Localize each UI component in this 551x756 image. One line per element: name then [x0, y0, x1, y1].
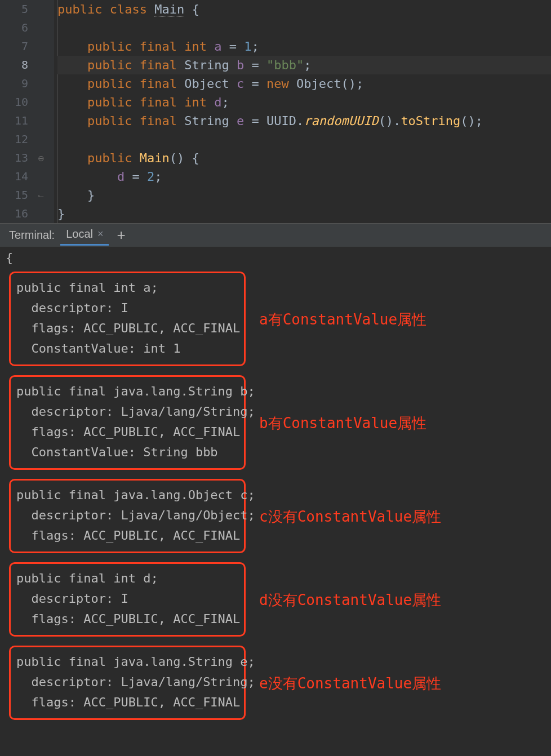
line-number: 6	[0, 19, 28, 37]
code-line[interactable]: d = 2;	[57, 167, 551, 186]
line-number: 15	[0, 186, 28, 204]
terminal-text: public final java.lang.String e;	[16, 652, 238, 672]
code-editor[interactable]: 5678910111213141516 public class Main { …	[0, 0, 551, 223]
field-info-box: public final java.lang.String e; descrip…	[9, 646, 246, 720]
line-number: 10	[0, 93, 28, 112]
line-number: 14	[0, 167, 28, 186]
line-number: 8	[0, 56, 28, 74]
terminal-text: descriptor: Ljava/lang/String;	[16, 672, 238, 692]
code-line[interactable]: public final int d;	[57, 93, 551, 112]
terminal-text: public final java.lang.String b;	[16, 381, 238, 402]
terminal-text: flags: ACC_PUBLIC, ACC_FINAL	[16, 609, 238, 629]
terminal-label: Terminal:	[3, 229, 60, 242]
terminal-text: public final int a;	[16, 278, 238, 298]
code-line[interactable]	[57, 130, 551, 149]
annotation-label: b有ConstantValue属性	[259, 413, 426, 433]
code-line[interactable]: }	[57, 186, 551, 204]
code-line[interactable]: public final Object c = new Object();	[57, 74, 551, 93]
code-line[interactable]	[57, 19, 551, 37]
line-number: 12	[0, 130, 28, 149]
terminal-text: public final java.lang.Object c;	[16, 485, 238, 505]
terminal-text: flags: ACC_PUBLIC, ACC_FINAL	[16, 526, 238, 546]
code-area[interactable]: public class Main { public final int a =…	[54, 0, 551, 223]
terminal-tab-label: Local	[66, 228, 93, 241]
code-line[interactable]: public class Main {	[57, 0, 551, 19]
terminal-text: {	[6, 250, 545, 266]
line-number: 16	[0, 204, 28, 223]
terminal-text: descriptor: I	[16, 589, 238, 609]
line-number: 11	[0, 112, 28, 130]
field-info-box: public final int d; descriptor: I flags:…	[9, 562, 246, 637]
field-info-box: public final java.lang.String b; descrip…	[9, 375, 246, 470]
close-tab-icon[interactable]: ×	[97, 228, 104, 240]
annotation-label: c没有ConstantValue属性	[259, 507, 441, 527]
terminal-text: ConstantValue: int 1	[16, 339, 238, 359]
field-info-box: public final int a; descriptor: I flags:…	[9, 272, 246, 366]
terminal-text: descriptor: Ljava/lang/Object;	[16, 505, 238, 526]
terminal-text: descriptor: I	[16, 298, 238, 318]
fold-collapse-icon[interactable]: ⊖	[37, 154, 45, 162]
terminal-text: flags: ACC_PUBLIC, ACC_FINAL	[16, 692, 238, 713]
code-line[interactable]: public final int a = 1;	[57, 37, 551, 56]
terminal-text: flags: ACC_PUBLIC, ACC_FINAL	[16, 422, 238, 442]
code-line[interactable]: public final String e = UUID.randomUUID(…	[57, 112, 551, 130]
annotation-label: a有ConstantValue属性	[259, 310, 426, 330]
terminal-tabs-bar: Terminal: Local × +	[0, 223, 551, 247]
annotation-label: e没有ConstantValue属性	[259, 674, 441, 693]
code-line[interactable]: }	[57, 204, 551, 223]
code-line[interactable]: public Main() {	[57, 149, 551, 167]
field-info-box: public final java.lang.Object c; descrip…	[9, 479, 246, 553]
terminal-text: descriptor: Ljava/lang/String;	[16, 402, 238, 422]
line-number: 9	[0, 74, 28, 93]
terminal-text: ConstantValue: String bbb	[16, 442, 238, 463]
new-terminal-tab-icon[interactable]: +	[109, 226, 133, 244]
line-number: 7	[0, 37, 28, 56]
line-number: 5	[0, 0, 28, 19]
code-line[interactable]: public final String b = "bbb";	[57, 56, 551, 74]
annotation-label: d没有ConstantValue属性	[259, 590, 441, 610]
line-number: 13	[0, 149, 28, 167]
terminal-text: public final int d;	[16, 568, 238, 589]
terminal-text: flags: ACC_PUBLIC, ACC_FINAL	[16, 318, 238, 339]
terminal-body[interactable]: { public final int a; descriptor: I flag…	[0, 247, 551, 756]
terminal-tab-local[interactable]: Local ×	[60, 225, 109, 246]
fold-end-icon[interactable]: ⌙	[37, 192, 45, 199]
fold-column	[34, 0, 54, 223]
